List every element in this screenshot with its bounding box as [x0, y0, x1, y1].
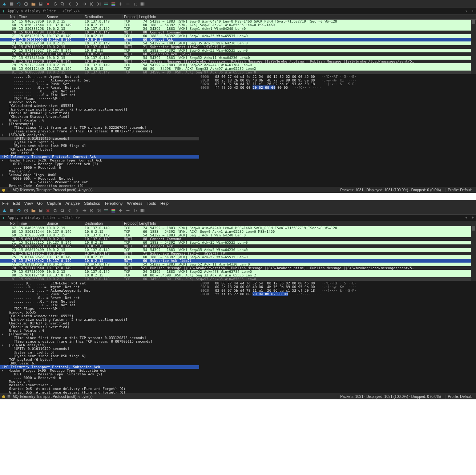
packet-row[interactable]: 7615.87938974210.137.0.14910.0.2.15MQTT6… [0, 52, 476, 56]
zoom-out-icon[interactable] [125, 1, 131, 7]
col-info[interactable]: Info [149, 15, 476, 19]
bookmark-icon[interactable]: ▮ [0, 8, 7, 14]
packet-bytes-1[interactable]: 0000 08 00 27 44 e4 fd 52 54 00 12 35 02… [199, 74, 476, 187]
zoom-out-icon[interactable] [125, 208, 131, 213]
colorize-icon[interactable] [110, 1, 116, 7]
goto-icon[interactable] [81, 1, 87, 7]
packet-row[interactable]: 7715.92184364010.0.2.1510.137.0.149TCP54… [0, 56, 476, 60]
packet-row[interactable]: 8115.96086588810.0.2.1510.137.0.149TCP60… [0, 71, 476, 74]
detail-line[interactable]: Granted QoS: At most once delivery (Fire… [0, 391, 199, 394]
save-icon[interactable] [38, 208, 44, 213]
col-len[interactable]: Length [138, 15, 149, 19]
filter-add-icon[interactable]: + [469, 215, 476, 221]
packet-row[interactable]: 6915.85638829810.0.2.1510.137.0.149TCP54… [0, 233, 476, 237]
col-src[interactable]: Source [45, 221, 83, 226]
packet-row[interactable]: 7315.86867940910.0.2.1510.137.0.149TCP54… [0, 41, 476, 45]
packet-row[interactable]: 7715.92184364010.0.2.1510.137.0.149TCP54… [0, 263, 476, 266]
col-time[interactable]: Time [17, 15, 45, 19]
filter-expr-icon[interactable]: ▾ [463, 215, 469, 221]
display-filter-input[interactable] [7, 9, 463, 13]
goto-icon[interactable] [81, 208, 87, 213]
col-dst[interactable]: Destination [83, 15, 122, 19]
bookmark-icon[interactable]: ▮ [0, 215, 7, 221]
menu-view[interactable]: View [24, 201, 33, 205]
packet-row[interactable]: 8015.96011244910.137.0.14910.0.2.15TCP60… [0, 274, 476, 277]
packet-row[interactable]: 8015.96011244910.137.0.14910.0.2.15TCP60… [0, 67, 476, 71]
packet-row[interactable]: 7215.86863656310.137.0.14910.0.2.15MQTT6… [0, 244, 476, 248]
options-icon[interactable] [23, 1, 29, 7]
next-icon[interactable] [74, 1, 80, 7]
menu-capture[interactable]: Capture [47, 201, 61, 205]
packet-row[interactable]: 7315.86867940910.0.2.1510.137.0.149TCP54… [0, 248, 476, 252]
packet-row[interactable]: 7815.92717054010.137.0.14910.0.2.15MQTT5… [0, 60, 476, 63]
packet-row[interactable]: 7815.92717054010.137.0.14910.0.2.15MQTT5… [0, 266, 476, 270]
col-len[interactable]: Length [138, 221, 149, 226]
close-icon[interactable] [45, 208, 51, 213]
menu-edit[interactable]: Edit [13, 201, 20, 205]
shark-fin-icon[interactable] [1, 1, 7, 7]
first-icon[interactable] [89, 208, 94, 213]
packet-row[interactable]: 7415.87011001210.0.2.1510.137.0.149MQTT7… [0, 45, 476, 49]
find-icon[interactable] [60, 1, 65, 7]
packet-row[interactable]: 7515.87148962710.137.0.14910.0.2.15TCP60… [0, 49, 476, 52]
menu-analyze[interactable]: Analyze [65, 201, 80, 205]
hex-row[interactable]: 0030 ff ff f6 27 00 00 90 04 00 02 00 00… [201, 292, 475, 296]
first-icon[interactable] [89, 1, 94, 7]
open-icon[interactable] [31, 208, 36, 213]
packet-details-1[interactable]: ..... .0. .... = Urgent: Not set ..... .… [0, 74, 199, 187]
restart-icon[interactable] [16, 208, 22, 213]
last-icon[interactable] [96, 1, 102, 7]
menu-tools[interactable]: Tools [147, 201, 156, 205]
stop-icon[interactable] [9, 208, 15, 213]
last-icon[interactable] [96, 208, 102, 213]
menu-telephony[interactable]: Telephony [104, 201, 122, 205]
status-profile[interactable]: Profile: Default [445, 188, 474, 192]
packet-row[interactable]: 7915.92723999910.0.2.1510.137.0.149TCP54… [0, 63, 476, 67]
packet-row[interactable]: 7015.86015348410.0.2.1510.137.0.149MQTT8… [0, 237, 476, 241]
packet-row[interactable]: 6715.84626886910.0.2.1510.137.0.149TCP74… [0, 20, 476, 23]
expert-info-icon[interactable] [2, 395, 5, 398]
restart-icon[interactable] [16, 1, 22, 7]
colorize-icon[interactable] [110, 208, 116, 213]
packet-row[interactable]: 7215.86863656310.137.0.14910.0.2.15MQTT6… [0, 38, 476, 41]
find-icon[interactable] [60, 208, 65, 213]
close-icon[interactable] [45, 1, 51, 7]
packet-row[interactable]: 6915.85638829810.0.2.1510.137.0.149TCP54… [0, 27, 476, 31]
zoom-reset-icon[interactable]: 1:1 [132, 208, 138, 213]
packet-row[interactable]: 7115.86125911510.137.0.14910.0.2.15TCP60… [0, 34, 476, 38]
menu-file[interactable]: File [2, 201, 9, 205]
packet-bytes-2[interactable]: 0000 08 00 27 44 e4 fd 52 54 00 12 35 02… [199, 281, 476, 394]
packet-row[interactable]: 7915.92723999910.0.2.1510.137.0.149TCP54… [0, 270, 476, 274]
col-src[interactable]: Source [45, 15, 83, 19]
status-profile[interactable]: Profile: Default [445, 395, 474, 399]
packet-row[interactable]: 7615.87938974210.137.0.14910.0.2.15MQTT6… [0, 259, 476, 263]
prev-icon[interactable] [67, 1, 73, 7]
expert-info-icon[interactable] [2, 189, 5, 192]
detail-line[interactable]: .... 0000 = Reserved: 0 [0, 376, 199, 380]
resize-cols-icon[interactable] [140, 1, 145, 7]
detail-line[interactable]: Return Code: Connection Accepted (0) [0, 184, 199, 187]
open-icon[interactable] [31, 1, 36, 7]
zoom-in-icon[interactable] [118, 208, 124, 213]
packet-scrollbar[interactable] [471, 226, 476, 281]
resize-cols-icon[interactable] [140, 208, 145, 213]
filter-expr-icon[interactable]: ▾ [463, 8, 469, 14]
stop-icon[interactable] [9, 1, 15, 7]
packet-row[interactable]: 7015.86015348410.0.2.1510.137.0.149MQTT8… [0, 31, 476, 34]
packet-scrollbar[interactable] [471, 20, 476, 74]
col-proto[interactable]: Protocol [122, 15, 138, 19]
reload-icon[interactable] [52, 1, 58, 7]
next-icon[interactable] [74, 208, 80, 213]
reload-icon[interactable] [52, 208, 58, 213]
hex-row[interactable]: 0030 ff ff 66 43 00 00 20 02 00 00 00 00… [201, 86, 475, 89]
menu-statistics[interactable]: Statistics [84, 201, 100, 205]
col-dst[interactable]: Destination [83, 221, 122, 226]
detail-line[interactable]: .... 0000 = Reserved: 0 [0, 166, 199, 169]
save-icon[interactable] [38, 1, 44, 7]
packet-row[interactable]: 7515.87148962710.137.0.14910.0.2.15TCP60… [0, 255, 476, 259]
autoscroll-icon[interactable] [103, 208, 109, 213]
display-filter-input[interactable] [7, 215, 463, 220]
packet-details-2[interactable]: ..... 0... .... = ECN-Echo: Not set ....… [0, 281, 199, 394]
col-time[interactable]: Time [17, 221, 45, 226]
capture-file-props-icon[interactable]: ☰ [7, 395, 11, 399]
